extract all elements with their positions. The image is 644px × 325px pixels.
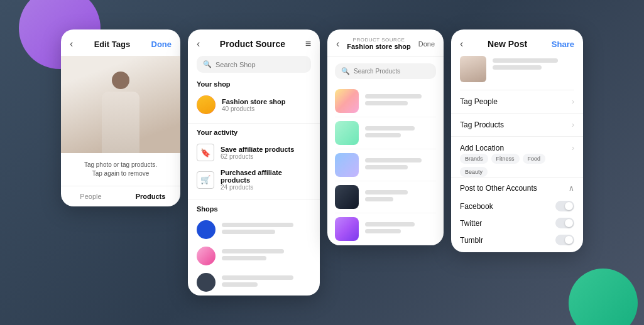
shop-list-item-3[interactable] (188, 269, 320, 296)
panel-fashion: ‹ PRODUCT SOURCE Fashion store shop Done… (327, 29, 444, 245)
shop-list-line-3a (222, 275, 293, 280)
fashion-products-list (327, 85, 444, 245)
product-line-1b (365, 101, 408, 105)
tag-people-option[interactable]: Tag People › (451, 90, 583, 114)
purchased-affiliate-icon: 🛒 (197, 171, 214, 189)
your-shop-label: Your shop (188, 80, 320, 92)
tag-products-option[interactable]: Tag Products › (451, 114, 583, 137)
fashion-subtitle: PRODUCT SOURCE (347, 37, 410, 43)
tab-people[interactable]: People (61, 186, 121, 206)
product-source-search[interactable]: 🔍 (197, 56, 311, 73)
tumblr-toggle-knob (565, 236, 573, 244)
search-shop-input[interactable] (216, 61, 305, 68)
shop-list-line-3b (222, 282, 258, 287)
tumblr-label: Tumblr (460, 236, 483, 245)
panel-new-post: ‹ New Post Share Tag People › Tag Produc… (451, 29, 583, 252)
location-tag-brands[interactable]: Brands (460, 154, 488, 164)
tag-people-label: Tag People (460, 97, 498, 106)
edit-tags-title: Edit Tags (94, 40, 131, 49)
search-products-input[interactable] (354, 68, 430, 75)
your-shop-item[interactable]: Fashion store shop 40 products (188, 92, 320, 118)
product-lines-4 (365, 190, 436, 204)
instruction-text-2: Tap again to remove (70, 169, 172, 178)
add-location-option[interactable]: Add Location › Brands Fitness Food Beaut… (451, 137, 583, 178)
purchased-affiliate-item[interactable]: 🛒 Purchased affiliate products 24 produc… (188, 165, 320, 194)
product-line-5a (365, 222, 415, 226)
shop-list-line-2b (222, 256, 266, 260)
product-source-menu-button[interactable]: ≡ (305, 38, 311, 50)
other-accounts-label: Post to Other Accounts (460, 184, 537, 193)
add-location-chevron: › (572, 144, 574, 152)
caption-line-1 (493, 58, 558, 63)
product-lines-3 (365, 158, 436, 172)
location-tag-food[interactable]: Food (523, 154, 546, 164)
product-line-3b (365, 165, 408, 169)
cart-icon: 🛒 (200, 175, 210, 184)
edit-tags-photo[interactable] (61, 56, 180, 153)
fashion-product-1[interactable] (335, 85, 436, 117)
purchased-affiliate-count: 24 products (221, 184, 311, 191)
twitter-toggle-knob (565, 219, 573, 227)
product-lines-5 (365, 222, 436, 236)
purchased-affiliate-name: Purchased affiliate products (221, 169, 311, 184)
product-thumb-2 (335, 121, 359, 145)
twitter-toggle[interactable] (555, 218, 574, 228)
location-tag-beauty[interactable]: Beauty (460, 167, 488, 177)
twitter-row: Twitter (460, 215, 574, 232)
caption-line-2 (493, 65, 542, 70)
fashion-back-button[interactable]: ‹ (336, 38, 339, 50)
panel-product-source: ‹ Product Source ≡ 🔍 Your shop Fashion s… (188, 29, 320, 296)
other-accounts-chevron-up[interactable]: ∧ (569, 184, 574, 193)
shop-name: Fashion store shop (222, 98, 285, 105)
fashion-product-2[interactable] (335, 117, 436, 149)
fashion-header: ‹ PRODUCT SOURCE Fashion store shop Done (327, 29, 444, 57)
fashion-search[interactable]: 🔍 (335, 63, 436, 79)
twitter-label: Twitter (460, 219, 482, 228)
purchased-affiliate-info: Purchased affiliate products 24 products (221, 169, 311, 191)
your-activity-label: Your activity (188, 129, 320, 140)
tab-products[interactable]: Products (121, 186, 180, 206)
facebook-row: Facebook (460, 198, 574, 215)
new-post-back-button[interactable]: ‹ (460, 38, 463, 50)
divider-1 (188, 123, 320, 124)
shop-list-item-1[interactable] (188, 216, 320, 243)
tag-products-chevron: › (572, 120, 574, 129)
fashion-title: Fashion store shop (347, 43, 410, 50)
fashion-product-5[interactable] (335, 213, 436, 245)
add-location-label: Add Location (460, 144, 504, 152)
facebook-toggle[interactable] (555, 201, 574, 211)
product-thumb-1 (335, 89, 359, 113)
other-accounts-header: Post to Other Accounts ∧ (460, 184, 574, 193)
edit-tags-footer: People Products (61, 186, 180, 206)
new-post-preview (451, 56, 583, 90)
panel-edit-tags: ‹ Edit Tags Done Tag photo or tag produc… (61, 29, 180, 206)
product-line-2a (365, 126, 415, 131)
facebook-toggle-knob (565, 202, 573, 210)
shop-avatar (197, 95, 216, 114)
save-affiliate-item[interactable]: 🔖 Save affiliate products 62 products (188, 140, 320, 165)
person-body (102, 92, 139, 153)
fashion-product-3[interactable] (335, 149, 436, 181)
new-post-title: New Post (488, 39, 527, 49)
product-thumb-4 (335, 185, 359, 209)
fashion-done-button[interactable]: Done (418, 40, 435, 48)
fashion-product-4[interactable] (335, 181, 436, 213)
product-lines-2 (365, 126, 436, 140)
location-tag-fitness[interactable]: Fitness (491, 154, 520, 164)
edit-tags-back-button[interactable]: ‹ (70, 38, 73, 50)
shop-list-avatar-3 (197, 273, 216, 292)
product-source-back-button[interactable]: ‹ (197, 38, 200, 50)
product-source-header: ‹ Product Source ≡ (188, 29, 320, 56)
shop-list-item-2[interactable] (188, 243, 320, 269)
product-thumb-3 (335, 153, 359, 177)
tumblr-row: Tumblr (460, 232, 574, 248)
product-thumb-5 (335, 217, 359, 241)
fashion-search-icon: 🔍 (341, 67, 350, 75)
product-source-title: Product Source (220, 39, 285, 49)
shops-label: Shops (188, 205, 320, 216)
location-tags-container: Brands Fitness Food Beauty (460, 154, 574, 177)
new-post-share-button[interactable]: Share (552, 40, 574, 49)
save-affiliate-icon: 🔖 (197, 144, 214, 161)
edit-tags-done-button[interactable]: Done (151, 40, 172, 49)
tumblr-toggle[interactable] (555, 235, 574, 245)
